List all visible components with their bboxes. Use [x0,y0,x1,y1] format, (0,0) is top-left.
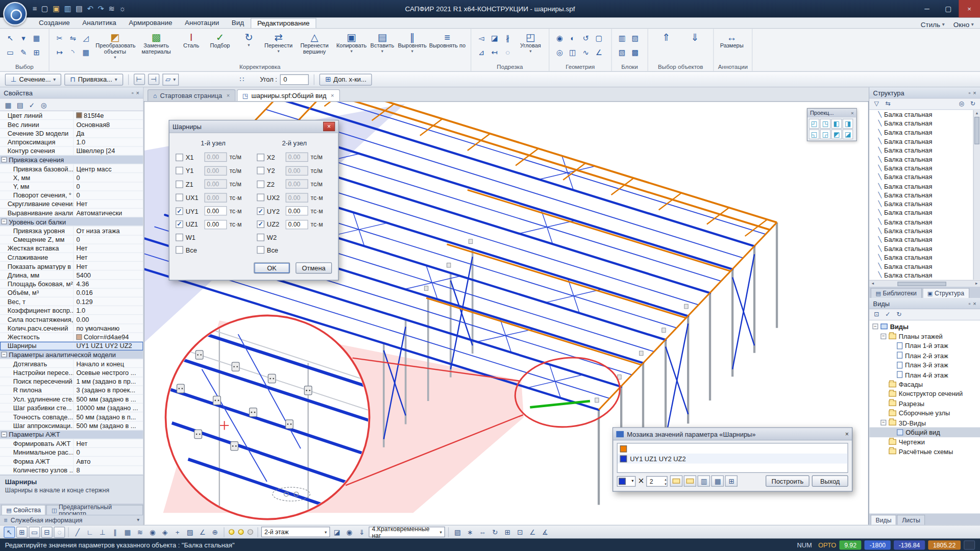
structure-item[interactable]: ╲Балка стальная [869,119,980,128]
views-tree-item[interactable]: Общий вид [869,428,980,437]
ok-button[interactable]: OK [254,262,290,273]
property-value[interactable]: 1.0 [74,307,143,314]
pan-button[interactable]: ⇔ [477,527,488,538]
close-icon[interactable]: × [845,431,849,437]
property-value[interactable]: Основная8 [74,120,143,128]
surface-button[interactable]: ▧ [184,527,195,538]
scrollbar-thumb[interactable] [974,117,979,144]
property-row[interactable]: Поиск пересечений1 мм (задано в пр... [0,377,143,386]
views-tree-item[interactable]: Чертежи [869,437,980,447]
extrude-icon[interactable]: ◫ [567,46,578,58]
property-row[interactable]: R пилона3 (задано в проек... [0,386,143,395]
views-tree-item[interactable]: План 3-й этаж [869,360,980,370]
property-group[interactable]: −Параметры аналитической модели [0,350,143,359]
search-icon[interactable]: ◎ [957,99,966,109]
property-row[interactable]: Количество узлов ...8 [0,466,143,474]
property-value[interactable]: Color=#d4ae94 [74,333,143,341]
property-row[interactable]: Точность совпаде...50 мм (задано в п... [0,413,143,421]
revolve-icon[interactable]: ↺ [580,32,592,43]
property-value[interactable]: 4.36 [74,280,143,288]
property-row[interactable]: ДотягиватьНачало и конец [0,359,143,368]
checkbox-W1[interactable] [176,234,183,241]
property-value[interactable]: 1.0 [74,138,143,146]
select-rect-icon[interactable]: ▭ [5,46,16,58]
proj-back-icon[interactable]: ◳ [820,119,831,129]
filter-icon[interactable]: ▽ [872,99,881,109]
property-row[interactable]: Вес, т0.129 [0,297,143,306]
property-value[interactable]: Авто [74,457,143,465]
property-value[interactable]: Автоматически [74,209,143,217]
paste-button[interactable]: ▤Вставить▾ [369,30,396,63]
mosaic-dialog[interactable]: Мозаика значений параметра «Шарниры» × U… [612,428,852,492]
property-row[interactable]: Объём, м³0.016 [0,288,143,297]
pointer-free-button[interactable]: ◌ [54,527,65,538]
count-spinner[interactable]: 2 [647,475,668,486]
property-value[interactable]: 0 [74,448,143,456]
collapse-icon[interactable]: − [880,420,886,425]
input-UZ2[interactable]: 0.00 [286,220,308,229]
property-group[interactable]: −Привязка сечения [0,156,143,164]
snap-node-button[interactable]: ◉ [147,527,158,538]
views-tree-item[interactable]: −Виды [869,322,980,332]
zoom-window-button[interactable]: ⊞ [502,527,513,538]
vertical-scrollbar[interactable]: ▴ [973,110,980,280]
property-value[interactable]: Нет [74,200,143,208]
list-view-icon[interactable]: ▤ [15,99,25,110]
property-row[interactable]: СглаживаниеНет [0,253,143,262]
undo-icon[interactable]: ↶ [87,5,93,13]
structure-item[interactable]: ╲Балка стальная [869,199,980,209]
property-value[interactable]: Нет [74,439,143,447]
block-edit-icon[interactable]: ▨ [629,32,641,43]
structure-item[interactable]: ╲Балка стальная [869,253,980,262]
tab-Библиотеки[interactable]: ▤Библиотеки [871,288,922,298]
menu-icon[interactable]: ≡ [33,5,37,13]
menu-Стиль[interactable]: Стиль▾ [921,20,945,28]
pointer-icon[interactable]: ↖ [5,32,16,43]
trim-edge-icon[interactable]: ⊿ [476,46,487,58]
mosaic-legend-list[interactable]: UY1 UZ1 UY2 UZ2 [617,443,848,473]
collapse-icon[interactable]: − [1,219,7,224]
structure-item[interactable]: ╲Балка стальная [869,271,980,280]
property-row[interactable]: Привязка уровняОт низа этажа [0,227,143,235]
copy-button[interactable]: ▣Копировать▾ [336,30,368,63]
input-Y1[interactable]: 0.00 [204,166,227,175]
property-row[interactable]: Контур сеченияШвеллер [24 [0,146,143,155]
property-value[interactable]: Осевые нестрого ... [74,368,143,376]
views-tree-item[interactable]: План 4-й этаж [869,370,980,380]
property-value[interactable]: 0 [74,173,143,181]
property-value[interactable]: 500 мм (задано в ... [74,395,143,403]
corner-trim-button[interactable]: ◰Угловая▾ [517,30,544,63]
property-value[interactable]: 815f4e [74,112,143,119]
property-row[interactable]: Сила постнатяжения,...0.00 [0,315,143,324]
document-tab[interactable]: ◳шарниры.spf:Общий вид× [237,89,340,101]
structure-item[interactable]: ╲Балка стальная [869,262,980,271]
structure-item[interactable]: ╲Балка стальная [869,244,980,253]
mosaic-frame-button[interactable]: ⊞ [725,475,738,487]
property-row[interactable]: Формировать АЖТНет [0,439,143,448]
scroll-up-icon[interactable]: ▴ [974,110,980,116]
input-UY1[interactable]: 0.00 [204,206,227,215]
property-value[interactable]: Начало и конец [74,360,143,367]
property-row[interactable]: Сечение 3D моделиДа [0,129,143,138]
property-value[interactable]: 10000 мм (задано ... [74,404,143,412]
views-tree-item[interactable]: Фасады [869,380,980,389]
cancel-button[interactable]: Отмена [296,262,332,273]
save-button[interactable]: ▥ [698,475,710,487]
bulb-3-icon[interactable] [248,529,253,535]
block-create-icon[interactable]: ▥ [616,32,628,43]
property-row[interactable]: Длина, мм5400 [0,271,143,280]
property-value[interactable]: 3 (задано в проек... [74,386,143,394]
property-value[interactable]: 0.129 [74,298,143,306]
angle-input[interactable]: 0 [280,74,309,85]
structure-item[interactable]: ╲Балка стальная [869,128,980,137]
document-tab[interactable]: ⌂Стартовая страница× [148,89,235,101]
checkbox-UZ2[interactable]: ✓ [257,221,264,229]
checkbox-UX1[interactable] [176,194,183,202]
structure-item[interactable]: ╲Балка стальная [869,146,980,155]
input-Z1[interactable]: 0.00 [204,180,227,189]
input-UZ1[interactable]: 0.00 [204,220,227,229]
break-icon[interactable]: ◌ [502,46,513,58]
property-row[interactable]: Поворот сечения, °0 [0,191,143,199]
property-row[interactable]: Скругливание сеченияНет [0,200,143,209]
property-row[interactable]: ЖесткостьColor=#d4ae94 [0,333,143,341]
